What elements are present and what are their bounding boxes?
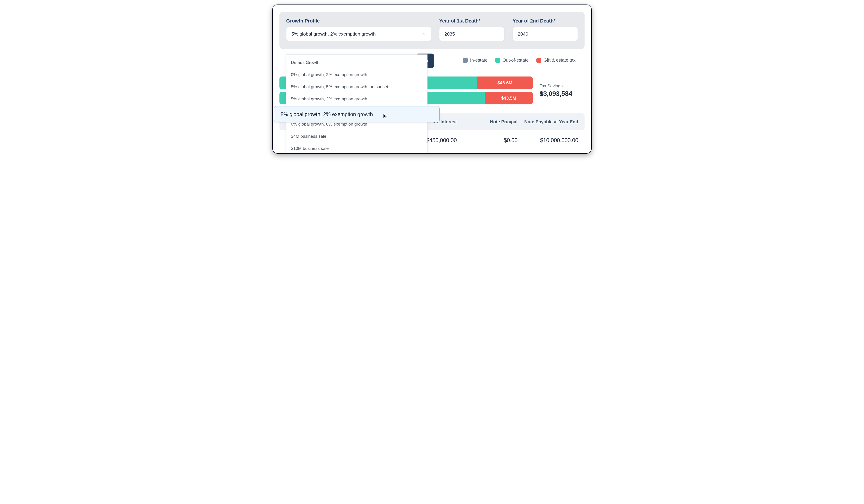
swatch-in-estate [463, 58, 468, 63]
growth-profile-field: Growth Profile 5% global growth, 2% exem… [286, 18, 431, 41]
legend-in-estate: In-estate [463, 58, 488, 63]
option-8-2-hovered[interactable]: 8% global growth, 2% exemption growth [274, 106, 440, 122]
second-death-field: Year of 2nd Death* 2040 [513, 18, 578, 41]
tax-savings-value: $3,093,584 [540, 90, 585, 97]
first-death-label: Year of 1st Death* [439, 18, 504, 24]
bar1-gift-tax-seg: $46.6M [477, 76, 533, 89]
app-frame: Growth Profile 5% global growth, 2% exem… [272, 4, 592, 154]
option-8-2-label: 8% global growth, 2% exemption growth [280, 111, 373, 118]
option-5-2[interactable]: 5% global growth, 2% exemption growth [286, 93, 427, 105]
legend-in-estate-label: In-estate [470, 58, 488, 63]
chevron-up-icon [422, 32, 426, 36]
option-5-5-no-sunset[interactable]: 5% global growth, 5% exemption growth, n… [286, 81, 427, 93]
second-death-label: Year of 2nd Death* [513, 18, 578, 24]
growth-profile-label: Growth Profile [286, 18, 431, 24]
legend-out-of-estate: Out-of-estate [495, 58, 529, 63]
first-death-value: 2035 [444, 31, 455, 37]
option-10m-sale[interactable]: $10M business sale [286, 142, 427, 154]
filters-panel: Growth Profile 5% global growth, 2% exem… [279, 12, 585, 49]
option-default-growth[interactable]: Default Growth [286, 57, 427, 69]
legend-out-of-estate-label: Out-of-estate [502, 58, 529, 63]
second-death-input[interactable]: 2040 [513, 27, 578, 41]
option-4m-sale[interactable]: $4M business sale [286, 130, 427, 142]
chart-legend: In-estate Out-of-estate Gift & estate ta… [463, 58, 576, 63]
row-c5: $10,000,000.00 [517, 137, 578, 144]
bar2-gift-tax-value: $43.5M [501, 96, 516, 101]
growth-profile-dropdown[interactable]: Default Growth 0% global growth, 2% exem… [286, 55, 428, 154]
row-c4: $0.00 [457, 137, 517, 144]
th-note-payable: Note Payable at Year End [517, 119, 578, 124]
legend-gift-tax-label: Gift & estate tax [544, 58, 576, 63]
th-note-principal: Note Pricipal [457, 119, 517, 124]
swatch-gift-tax [536, 58, 541, 63]
growth-profile-selected: 5% global growth, 2% exemption growth [291, 31, 376, 37]
first-death-field: Year of 1st Death* 2035 [439, 18, 504, 41]
second-death-value: 2040 [518, 31, 528, 37]
tax-savings-block: Tax Savings $3,093,584 [540, 83, 585, 97]
first-death-input[interactable]: 2035 [439, 27, 504, 41]
legend-gift-estate-tax: Gift & estate tax [536, 58, 576, 63]
swatch-out-of-estate [495, 58, 500, 63]
bar1-gift-tax-value: $46.6M [497, 80, 513, 85]
tax-savings-label: Tax Savings [540, 83, 585, 88]
growth-profile-select[interactable]: 5% global growth, 2% exemption growth [286, 27, 431, 41]
option-0-2[interactable]: 0% global growth, 2% exemption growth [286, 69, 427, 81]
bar2-gift-tax-seg: $43.5M [485, 92, 533, 104]
